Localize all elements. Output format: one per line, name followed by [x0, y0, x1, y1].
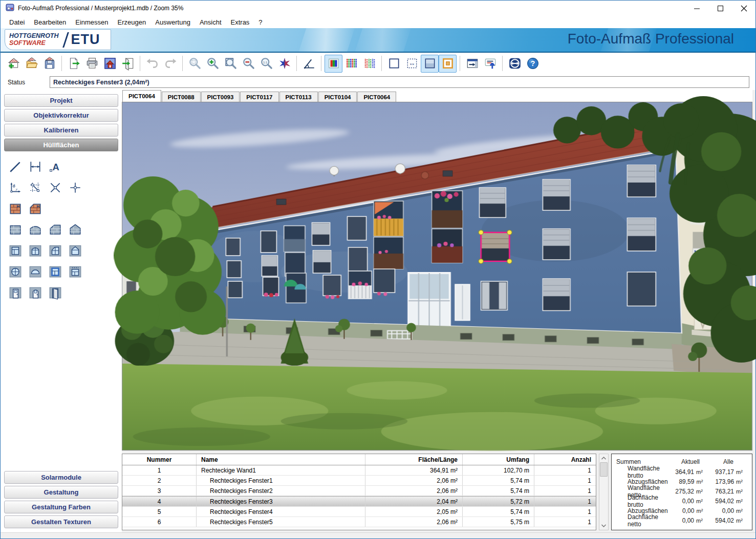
- sidebar-button-kalibrieren[interactable]: Kalibrieren: [4, 124, 118, 137]
- window-frame-tool[interactable]: [48, 264, 62, 279]
- maximize-button[interactable]: [708, 1, 732, 16]
- wall-corner-tool[interactable]: [48, 222, 62, 237]
- window-gable-tool[interactable]: [68, 243, 82, 258]
- cross-point-tool[interactable]: [48, 181, 62, 195]
- menu-extras[interactable]: Extras: [226, 17, 254, 28]
- rgb-grid-icon[interactable]: [342, 55, 360, 73]
- zoom-select-icon[interactable]: [186, 55, 204, 73]
- roof-rect-tool[interactable]: H: [8, 201, 23, 216]
- summary-panel: Summen Aktuell Alle Wandfläche brutto 36…: [611, 454, 752, 530]
- selected-window-rechteckiges-fenster3[interactable]: [479, 230, 512, 263]
- toolbar-separator: [61, 56, 62, 71]
- export-document-icon[interactable]: [65, 55, 83, 73]
- door-arch-tool[interactable]: [28, 285, 42, 300]
- col-header-name[interactable]: Name: [197, 454, 365, 465]
- window-circle-tool[interactable]: [8, 264, 23, 279]
- filled-rect-icon[interactable]: [421, 55, 439, 73]
- tab-pict0113[interactable]: PICT0113: [279, 92, 318, 102]
- help-icon[interactable]: ?: [524, 55, 542, 73]
- rgb-pattern-icon[interactable]: [360, 55, 378, 73]
- svg-text:?: ?: [530, 59, 535, 68]
- upload-hso-icon[interactable]: [481, 55, 499, 73]
- tab-pict0064[interactable]: PICT0064: [122, 90, 161, 102]
- sidebar-button-gestaltung-farben[interactable]: Gestaltung Farben: [4, 501, 118, 513]
- zoom-original-icon[interactable]: 1:1: [257, 55, 275, 73]
- highlight-rect-icon[interactable]: [439, 55, 457, 73]
- col-header-anzahl[interactable]: Anzahl: [534, 454, 596, 465]
- menu-erzeugen[interactable]: Erzeugen: [113, 17, 151, 28]
- new-project-icon[interactable]: [5, 55, 23, 73]
- plus-point-tool[interactable]: [68, 181, 82, 195]
- outline-rect-icon[interactable]: [385, 55, 403, 73]
- zoom-in-icon[interactable]: [204, 55, 222, 73]
- coordinate-axes-tool[interactable]: xy: [8, 181, 23, 195]
- zoom-fit-star-icon[interactable]: [275, 55, 293, 73]
- table-row[interactable]: 6 Rechteckiges Fenster5 2,06 m² 5,75 m 1: [122, 517, 596, 527]
- window-lintel-tool[interactable]: [68, 264, 82, 279]
- col-header-flaeche[interactable]: Fläche/Länge: [365, 454, 463, 465]
- cell-anzahl: 1: [534, 507, 596, 516]
- text-tool[interactable]: A: [48, 160, 62, 174]
- photo-canvas[interactable]: [122, 102, 752, 451]
- minimize-button[interactable]: [685, 1, 708, 16]
- menu-ansicht[interactable]: Ansicht: [195, 17, 226, 28]
- dimension-tool[interactable]: [28, 160, 42, 174]
- sidebar-button-gestaltung[interactable]: Gestaltung: [4, 486, 118, 499]
- tab-pict0117[interactable]: PICT0117: [240, 92, 278, 102]
- photo-house-icon[interactable]: [101, 55, 119, 73]
- zoom-out-icon[interactable]: [240, 55, 257, 73]
- menu-einmessen[interactable]: Einmessen: [71, 17, 113, 28]
- wall-arch-tool[interactable]: [28, 222, 42, 237]
- scroll-thumb[interactable]: [600, 462, 608, 477]
- app-icon: [6, 3, 14, 14]
- close-image-icon[interactable]: [119, 55, 137, 73]
- sidebar-button-huellflaechen[interactable]: Hüllflächen: [4, 139, 118, 151]
- intersection-construct-tool[interactable]: [28, 181, 42, 195]
- close-button[interactable]: [732, 1, 755, 16]
- door-rect-tool[interactable]: [8, 285, 23, 300]
- points-rect-icon[interactable]: ××: [403, 55, 421, 73]
- line-tool[interactable]: [8, 160, 23, 174]
- table-scrollbar[interactable]: [599, 454, 609, 530]
- open-project-icon[interactable]: [23, 55, 40, 73]
- table-row[interactable]: 1 Rechteckige Wand1 364,91 m² 102,70 m 1: [122, 465, 596, 476]
- wall-rect-tool[interactable]: [8, 222, 23, 237]
- menu-bearbeiten[interactable]: Bearbeiten: [29, 17, 71, 28]
- undo-icon[interactable]: [143, 55, 161, 73]
- scroll-down-icon[interactable]: [600, 522, 608, 530]
- color-bars-icon[interactable]: [325, 55, 342, 73]
- tab-pict0088[interactable]: PICT0088: [162, 92, 201, 102]
- sidebar-button-solarmodule[interactable]: Solarmodule: [4, 471, 118, 484]
- menu-datei[interactable]: Datei: [5, 17, 29, 28]
- window-semicircle-tool[interactable]: [28, 264, 42, 279]
- tab-pict0104[interactable]: PICT0104: [318, 92, 357, 102]
- tab-pict0064-2[interactable]: PICT0064: [357, 92, 396, 102]
- sidebar-button-projekt[interactable]: Projekt: [4, 94, 118, 107]
- save-project-icon[interactable]: [40, 55, 58, 73]
- zoom-window-icon[interactable]: [222, 55, 240, 73]
- window-rect-tool[interactable]: [8, 243, 23, 258]
- redo-icon[interactable]: [161, 55, 179, 73]
- sidebar-button-gestalten-texturen[interactable]: Gestalten Texturen: [4, 515, 118, 528]
- menu-auswertung[interactable]: Auswertung: [150, 17, 195, 28]
- table-row[interactable]: 5 Rechteckiges Fenster4 2,05 m² 5,74 m 1: [122, 507, 596, 517]
- col-header-umfang[interactable]: Umfang: [463, 454, 534, 465]
- table-row[interactable]: 3 Rechteckiges Fenster2 2,06 m² 5,74 m 1: [122, 486, 596, 496]
- angle-measure-icon[interactable]: [300, 55, 318, 73]
- sidebar-button-objektivkorrektur[interactable]: Objektivkorrektur: [4, 109, 118, 122]
- teamviewer-icon[interactable]: [506, 55, 524, 73]
- col-header-nummer[interactable]: Nummer: [122, 454, 197, 465]
- tab-pict0093[interactable]: PICT0093: [201, 92, 240, 102]
- window-corner-tool[interactable]: [48, 243, 62, 258]
- window-arch-tool[interactable]: [28, 243, 42, 258]
- menu-hilfe[interactable]: ?: [254, 17, 267, 28]
- wall-gable-tool[interactable]: [68, 222, 82, 237]
- table-row-selected[interactable]: 4 Rechteckiges Fenster3 2,04 m² 5,72 m 1: [122, 496, 596, 507]
- table-row[interactable]: 2 Rechteckiges Fenster1 2,06 m² 5,74 m 1: [122, 476, 596, 486]
- door-open-tool[interactable]: [48, 285, 62, 300]
- print-icon[interactable]: [83, 55, 101, 73]
- scroll-up-icon[interactable]: [600, 454, 608, 462]
- status-input[interactable]: [50, 76, 749, 88]
- roof-bevel-tool[interactable]: H: [28, 201, 42, 216]
- window-arrange-icon[interactable]: [463, 55, 481, 73]
